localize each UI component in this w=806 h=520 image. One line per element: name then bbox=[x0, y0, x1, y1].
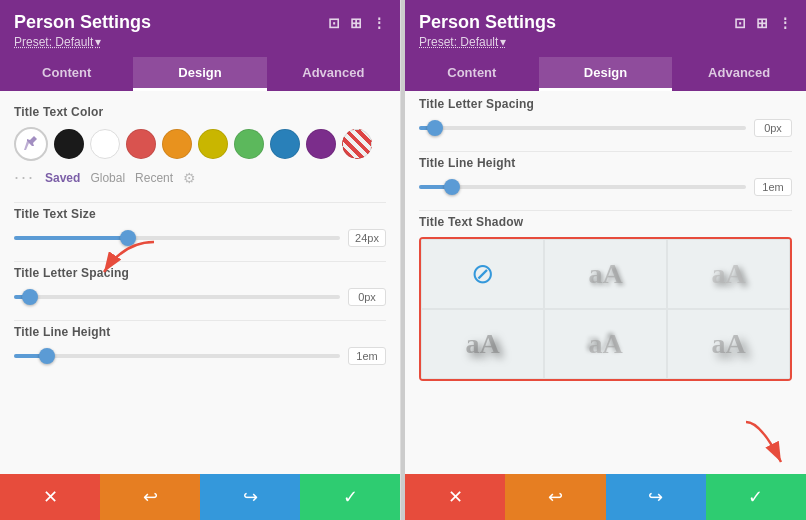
save-button-right[interactable]: ✓ bbox=[706, 474, 806, 520]
save-button-left[interactable]: ✓ bbox=[300, 474, 400, 520]
redo-button-right[interactable]: ↪ bbox=[606, 474, 706, 520]
global-button[interactable]: Global bbox=[90, 171, 125, 185]
color-black[interactable] bbox=[54, 129, 84, 159]
right-panel-content: Title Letter Spacing 0px Title Line Heig… bbox=[405, 91, 806, 474]
shadow-1-cell[interactable]: aA bbox=[544, 239, 667, 309]
tab-content-right[interactable]: Content bbox=[405, 57, 539, 91]
right-letter-spacing-value[interactable]: 0px bbox=[754, 119, 792, 137]
right-panel-tabs: Content Design Advanced bbox=[405, 57, 806, 91]
cancel-button-left[interactable]: ✕ bbox=[0, 474, 100, 520]
title-line-height-slider-row: 1em bbox=[14, 347, 386, 365]
right-title-line-height-label: Title Line Height bbox=[419, 156, 792, 170]
shadow-grid: ⊘ aA aA aA aA aA bbox=[419, 237, 792, 381]
shadow-4-cell[interactable]: aA bbox=[544, 309, 667, 379]
color-swatches-row bbox=[14, 127, 386, 161]
left-panel-footer: ✕ ↩ ↪ ✓ bbox=[0, 474, 400, 520]
saved-button[interactable]: Saved bbox=[45, 171, 80, 185]
title-line-height-section: Title Line Height 1em bbox=[14, 325, 386, 365]
title-line-height-label: Title Line Height bbox=[14, 325, 386, 339]
title-line-height-value[interactable]: 1em bbox=[348, 347, 386, 365]
title-letter-spacing-section: Title Letter Spacing 0px bbox=[14, 266, 386, 306]
right-line-height-slider-row: 1em bbox=[419, 178, 792, 196]
tab-design-right[interactable]: Design bbox=[539, 57, 673, 91]
color-white[interactable] bbox=[90, 129, 120, 159]
tab-content-left[interactable]: Content bbox=[0, 57, 133, 91]
left-panel: Person Settings ⊡ ⊞ ⋮ Preset: Default ▾ … bbox=[0, 0, 401, 520]
dots-indicator: ··· bbox=[14, 167, 35, 188]
left-panel-tabs: Content Design Advanced bbox=[0, 57, 400, 91]
right-grid-icon[interactable]: ⊞ bbox=[756, 15, 768, 31]
title-text-size-thumb[interactable] bbox=[120, 230, 136, 246]
left-panel-header: Person Settings ⊡ ⊞ ⋮ Preset: Default ▾ bbox=[0, 0, 400, 57]
right-title-line-height-section: Title Line Height 1em bbox=[419, 156, 792, 196]
redo-button-left[interactable]: ↪ bbox=[200, 474, 300, 520]
divider-1 bbox=[14, 202, 386, 203]
tab-advanced-left[interactable]: Advanced bbox=[267, 57, 400, 91]
divider-3 bbox=[14, 320, 386, 321]
color-purple[interactable] bbox=[306, 129, 336, 159]
title-text-size-section: Title Text Size bbox=[14, 207, 386, 247]
color-blue[interactable] bbox=[270, 129, 300, 159]
tab-design-left[interactable]: Design bbox=[133, 57, 266, 91]
title-text-shadow-label: Title Text Shadow bbox=[419, 215, 792, 229]
title-letter-spacing-slider-wrapper bbox=[14, 295, 340, 299]
left-panel-preset[interactable]: Preset: Default ▾ bbox=[14, 35, 386, 49]
title-text-size-label: Title Text Size bbox=[14, 207, 386, 221]
right-line-height-thumb[interactable] bbox=[444, 179, 460, 195]
right-divider-1 bbox=[419, 151, 792, 152]
eyedropper-button[interactable] bbox=[14, 127, 48, 161]
left-panel-title: Person Settings bbox=[14, 12, 151, 33]
color-yellow[interactable] bbox=[198, 129, 228, 159]
title-line-height-slider-wrapper bbox=[14, 354, 340, 358]
undo-button-right[interactable]: ↩ bbox=[505, 474, 605, 520]
color-red[interactable] bbox=[126, 129, 156, 159]
right-panel-header: Person Settings ⊡ ⊞ ⋮ Preset: Default ▾ bbox=[405, 0, 806, 57]
title-text-size-track bbox=[14, 236, 340, 240]
undo-button-left[interactable]: ↩ bbox=[100, 474, 200, 520]
cancel-button-right[interactable]: ✕ bbox=[405, 474, 505, 520]
gear-icon[interactable]: ⚙ bbox=[183, 170, 196, 186]
shadow-4-preview: aA bbox=[588, 328, 622, 360]
right-line-height-track bbox=[419, 185, 746, 189]
color-orange[interactable] bbox=[162, 129, 192, 159]
right-line-height-slider-wrapper bbox=[419, 185, 746, 189]
recent-button[interactable]: Recent bbox=[135, 171, 173, 185]
title-letter-spacing-value[interactable]: 0px bbox=[348, 288, 386, 306]
right-panel: Person Settings ⊡ ⊞ ⋮ Preset: Default ▾ … bbox=[405, 0, 806, 520]
saved-row: ··· Saved Global Recent ⚙ bbox=[14, 167, 386, 188]
no-shadow-icon: ⊘ bbox=[471, 260, 494, 288]
right-divider-2 bbox=[419, 210, 792, 211]
title-text-size-value[interactable]: 24px bbox=[348, 229, 386, 247]
shadow-none-cell[interactable]: ⊘ bbox=[421, 239, 544, 309]
color-none[interactable] bbox=[342, 129, 372, 159]
shadow-1-preview: aA bbox=[588, 258, 622, 290]
shadow-3-cell[interactable]: aA bbox=[421, 309, 544, 379]
right-panel-title-icons: ⊡ ⊞ ⋮ bbox=[734, 15, 792, 31]
right-letter-spacing-thumb[interactable] bbox=[427, 120, 443, 136]
title-text-size-slider-row: 24px bbox=[14, 229, 386, 247]
right-line-height-value[interactable]: 1em bbox=[754, 178, 792, 196]
right-panel-title-row: Person Settings ⊡ ⊞ ⋮ bbox=[419, 12, 792, 33]
left-panel-title-icons: ⊡ ⊞ ⋮ bbox=[328, 15, 386, 31]
right-panel-preset[interactable]: Preset: Default ▾ bbox=[419, 35, 792, 49]
shadow-2-cell[interactable]: aA bbox=[667, 239, 790, 309]
color-green[interactable] bbox=[234, 129, 264, 159]
title-letter-spacing-label: Title Letter Spacing bbox=[14, 266, 386, 280]
right-letter-spacing-slider-wrapper bbox=[419, 126, 746, 130]
shadow-5-cell[interactable]: aA bbox=[667, 309, 790, 379]
shadow-2-preview: aA bbox=[711, 258, 745, 290]
more-icon[interactable]: ⋮ bbox=[372, 15, 386, 31]
title-text-color-section: Title Text Color ··· bbox=[14, 105, 386, 188]
right-more-icon[interactable]: ⋮ bbox=[778, 15, 792, 31]
title-letter-spacing-thumb[interactable] bbox=[22, 289, 38, 305]
title-line-height-thumb[interactable] bbox=[39, 348, 55, 364]
tab-advanced-right[interactable]: Advanced bbox=[672, 57, 806, 91]
right-panel-footer: ✕ ↩ ↪ ✓ bbox=[405, 474, 806, 520]
title-text-color-label: Title Text Color bbox=[14, 105, 386, 119]
right-letter-spacing-track bbox=[419, 126, 746, 130]
title-text-shadow-section: Title Text Shadow ⊘ aA aA aA aA bbox=[419, 215, 792, 381]
divider-2 bbox=[14, 261, 386, 262]
grid-icon[interactable]: ⊞ bbox=[350, 15, 362, 31]
right-fit-icon[interactable]: ⊡ bbox=[734, 15, 746, 31]
fit-icon[interactable]: ⊡ bbox=[328, 15, 340, 31]
